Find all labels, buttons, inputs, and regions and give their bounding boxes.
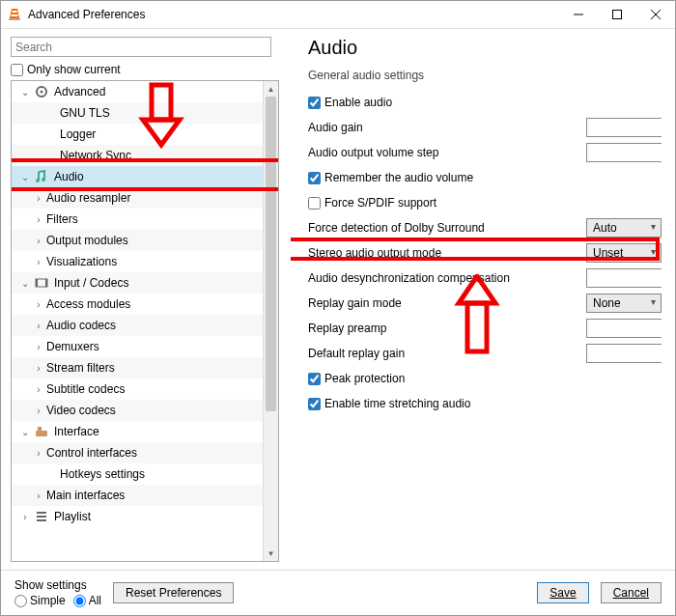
tree-row-filters[interactable]: ›Filters (12, 209, 263, 230)
page-subtitle: General audio settings (308, 69, 662, 82)
tree-row-visualizations[interactable]: ›Visualizations (12, 251, 263, 272)
tree-row-network-sync[interactable]: Network Sync (12, 145, 263, 166)
minimize-icon (574, 10, 583, 19)
chevron-icon: › (31, 406, 46, 416)
chevron-icon: ⌄ (17, 427, 33, 437)
titlebar: Advanced Preferences (1, 1, 675, 28)
tree-row-label: Filters (46, 212, 78, 226)
tree-row-logger[interactable]: Logger (12, 124, 263, 145)
radio-all[interactable]: All (73, 594, 101, 607)
save-button[interactable]: Save (537, 582, 588, 603)
chevron-icon: › (31, 257, 46, 267)
tree-row-audio[interactable]: ⌄Audio (12, 166, 263, 187)
svg-rect-15 (38, 427, 42, 433)
tree-row-output-modules[interactable]: ›Output modules (12, 230, 263, 251)
tree-row-demuxers[interactable]: ›Demuxers (12, 336, 263, 357)
tree-row-stream-filters[interactable]: ›Stream filters (12, 357, 263, 378)
tree-row-label: Audio (54, 170, 84, 183)
spinner-input[interactable] (587, 345, 675, 362)
search-input[interactable] (11, 37, 271, 57)
dropdown-value: Auto (593, 221, 617, 235)
scroll-thumb[interactable] (266, 97, 276, 411)
cancel-button[interactable]: Cancel (601, 582, 662, 603)
svg-rect-0 (9, 18, 20, 20)
spinner-input[interactable] (587, 144, 675, 161)
checkbox-enable-audio[interactable]: Enable audio (308, 96, 392, 109)
checkbox-remember-the-audio-volume[interactable]: Remember the audio volume (308, 171, 473, 184)
checkbox-input[interactable] (308, 172, 321, 184)
chevron-icon: › (31, 321, 46, 331)
spinner-replay-preamp[interactable]: ▲▼ (586, 319, 662, 338)
setting-label: Audio gain (308, 121, 586, 134)
spinner-audio-gain[interactable]: ▲▼ (586, 118, 662, 137)
tree-row-label: Video codecs (46, 404, 116, 417)
tree-row-main-interfaces[interactable]: ›Main interfaces (12, 485, 263, 506)
setting-label: Replay gain mode (308, 296, 586, 310)
radio-simple[interactable]: Simple (14, 594, 66, 607)
tree-row-audio-resampler[interactable]: ›Audio resampler (12, 187, 263, 209)
chevron-icon: › (31, 214, 46, 225)
tree-row-label: Hotkeys settings (60, 467, 145, 481)
tree-row-advanced[interactable]: ⌄Advanced (12, 81, 263, 102)
setting-enable-audio: Enable audio (308, 92, 662, 113)
tree-row-label: GNU TLS (60, 106, 110, 120)
dropdown-replay-gain-mode[interactable]: None (586, 294, 662, 313)
tree-row-input-codecs[interactable]: ⌄Input / Codecs (12, 272, 263, 294)
checkbox-enable-time-stretching-audio[interactable]: Enable time stretching audio (308, 397, 470, 410)
setting-stereo-audio-output-mode: Stereo audio output modeUnset (308, 242, 662, 264)
radio-simple-label: Simple (30, 594, 66, 607)
tree-row-interface[interactable]: ⌄Interface (12, 421, 263, 442)
category-tree[interactable]: ⌄AdvancedGNU TLSLoggerNetwork Sync⌄Audio… (12, 81, 263, 561)
tree-row-access-modules[interactable]: ›Access modules (12, 294, 263, 315)
checkbox-input[interactable] (308, 373, 321, 385)
checkbox-peak-protection[interactable]: Peak protection (308, 372, 405, 385)
scroll-up-button[interactable]: ▲ (264, 81, 278, 97)
dropdown-stereo-audio-output-mode[interactable]: Unset (586, 243, 662, 263)
tree-row-control-interfaces[interactable]: ›Control interfaces (12, 442, 263, 463)
only-show-current-checkbox[interactable] (11, 64, 23, 76)
tree-row-audio-codecs[interactable]: ›Audio codecs (12, 315, 263, 336)
chevron-icon: › (31, 448, 46, 459)
scroll-down-button[interactable]: ▼ (264, 546, 278, 561)
spinner-input[interactable] (587, 119, 675, 136)
vlc-icon (7, 7, 22, 22)
close-button[interactable] (636, 1, 675, 28)
spinner-input[interactable] (587, 269, 675, 287)
checkbox-input[interactable] (308, 197, 321, 210)
checkbox-force-s-pdif-support[interactable]: Force S/PDIF support (308, 196, 437, 210)
tree-row-subtitle-codecs[interactable]: ›Subtitle codecs (12, 378, 263, 400)
setting-remember-the-audio-volume: Remember the audio volume (308, 167, 662, 188)
chevron-icon: › (31, 299, 46, 310)
tree-row-video-codecs[interactable]: ›Video codecs (12, 400, 263, 421)
setting-force-detection-of-dolby-surround: Force detection of Dolby SurroundAuto (308, 217, 662, 238)
tree-row-label: Visualizations (46, 255, 117, 268)
iface-icon (33, 424, 50, 439)
tree-scrollbar[interactable]: ▲ ▼ (263, 81, 278, 561)
checkbox-label: Enable audio (324, 96, 392, 109)
spinner-audio-output-volume-step[interactable]: ▲▼ (586, 143, 662, 162)
save-button-label: Save (549, 586, 576, 600)
minimize-button[interactable] (559, 1, 598, 28)
checkbox-label: Enable time stretching audio (324, 397, 470, 410)
gear-icon (33, 84, 50, 99)
reset-preferences-button[interactable]: Reset Preferences (113, 582, 234, 603)
setting-label: Default replay gain (308, 347, 586, 360)
spinner-default-replay-gain[interactable]: ▲▼ (586, 344, 662, 363)
setting-label: Force detection of Dolby Surround (308, 221, 586, 235)
tree-row-label: Subtitle codecs (46, 382, 125, 396)
tree-row-label: Stream filters (46, 361, 115, 375)
chevron-icon: › (31, 363, 46, 374)
page-title: Audio (308, 37, 662, 59)
maximize-button[interactable] (598, 1, 636, 28)
dropdown-force-detection-of-dolby-surround[interactable]: Auto (586, 218, 662, 238)
scroll-track[interactable] (264, 97, 278, 546)
tree-row-hotkeys-settings[interactable]: Hotkeys settings (12, 463, 263, 485)
tree-row-playlist[interactable]: ›Playlist (12, 506, 263, 527)
tree-row-gnu-tls[interactable]: GNU TLS (12, 102, 263, 124)
tree-row-label: Control interfaces (46, 446, 137, 460)
checkbox-input[interactable] (308, 97, 321, 109)
spinner-input[interactable] (587, 320, 675, 337)
svg-rect-1 (13, 11, 17, 13)
checkbox-input[interactable] (308, 398, 321, 410)
spinner-audio-desynchronization-compensation[interactable]: ▲▼ (586, 268, 662, 288)
